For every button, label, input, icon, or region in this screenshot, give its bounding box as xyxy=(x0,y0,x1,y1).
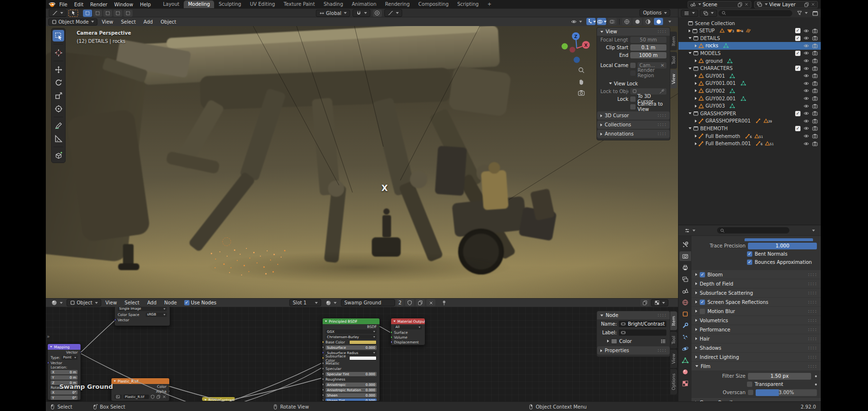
panel-volumetrics[interactable]: Volumetrics:::: xyxy=(692,316,821,325)
eye-icon[interactable] xyxy=(803,81,809,86)
checkbox[interactable] xyxy=(630,70,636,76)
tool-scale[interactable] xyxy=(53,90,64,101)
sidebar-tab-view[interactable]: View xyxy=(670,69,677,88)
shader-sidebar-tab-view[interactable]: View xyxy=(670,349,677,368)
clear-icon[interactable]: ✕ xyxy=(661,63,665,68)
new-material-button[interactable] xyxy=(416,299,425,306)
node-panel-header[interactable]: Node:::: xyxy=(597,311,670,319)
workspace-tab-texture-paint[interactable]: Texture Paint xyxy=(279,0,319,8)
panel-collections[interactable]: Collections:::: xyxy=(597,121,670,129)
add-workspace-button[interactable]: + xyxy=(483,0,496,8)
checkbox[interactable]: ✓ xyxy=(700,300,705,305)
outliner-row-models[interactable]: MODELS✓ xyxy=(678,49,821,57)
visibility-dropdown[interactable] xyxy=(568,18,585,25)
proportional-falloff-dropdown[interactable] xyxy=(384,9,402,17)
node-socket[interactable] xyxy=(47,361,49,364)
field-value[interactable]: 1000 m xyxy=(630,52,666,58)
eye-icon[interactable] xyxy=(803,58,809,64)
overlays-toggle[interactable] xyxy=(597,18,606,25)
panel-shadows[interactable]: Shadows:::: xyxy=(692,343,821,352)
shader-editor-type[interactable] xyxy=(48,299,66,306)
toggle-camera-view[interactable] xyxy=(578,89,585,96)
tool-add-cube[interactable] xyxy=(53,150,64,161)
workspace-tab-uv-editing[interactable]: UV Editing xyxy=(245,0,279,8)
camera-icon[interactable] xyxy=(812,133,818,139)
outliner-filter-dropdown[interactable] xyxy=(794,10,811,16)
node-socket[interactable] xyxy=(322,388,324,391)
workspace-tab-animation[interactable]: Animation xyxy=(348,0,381,8)
outliner-row-guy003[interactable]: GUY003 xyxy=(678,102,821,110)
menu-render[interactable]: Render xyxy=(87,1,111,8)
properties-tab-texture[interactable] xyxy=(679,379,691,388)
outliner-row-rocks[interactable]: rocks xyxy=(678,42,821,50)
panel-grip-icon[interactable]: :::: xyxy=(808,364,817,369)
checkbox[interactable]: ✓ xyxy=(795,111,800,116)
node-socket[interactable] xyxy=(322,351,324,354)
workspace-tab-compositing[interactable]: Compositing xyxy=(414,0,453,8)
shader-menu-select[interactable]: Select xyxy=(121,299,143,306)
checkbox[interactable]: ✓ xyxy=(795,36,800,41)
tool-annotate[interactable] xyxy=(53,120,64,131)
pin-toggle[interactable] xyxy=(439,299,448,306)
node-socket[interactable] xyxy=(322,341,324,343)
panel-grip-icon[interactable]: :::: xyxy=(808,273,817,277)
camera-icon[interactable] xyxy=(812,35,818,41)
eye-icon[interactable] xyxy=(803,50,809,56)
filter-size-field[interactable]: 1.50 px xyxy=(748,373,811,380)
panel-3d-cursor[interactable]: 3D Cursor:::: xyxy=(597,111,670,120)
camera-icon[interactable] xyxy=(812,88,818,94)
select-mode-4[interactable] xyxy=(113,10,122,17)
eye-icon[interactable] xyxy=(803,88,809,94)
tool-rotate[interactable] xyxy=(53,77,64,88)
select-mode-1[interactable] xyxy=(83,10,92,17)
panel-depth-of-field[interactable]: Depth of Field:::: xyxy=(692,279,821,288)
pan-view[interactable] xyxy=(578,78,585,85)
menu-help[interactable]: Help xyxy=(136,1,154,8)
dropper-icon[interactable] xyxy=(659,89,665,94)
material-users-count[interactable]: 2 xyxy=(396,299,404,306)
panel-grip-icon[interactable]: :::: xyxy=(808,282,817,286)
workspace-tab-rendering[interactable]: Rendering xyxy=(380,0,414,8)
properties-tab-physics[interactable] xyxy=(679,344,691,354)
workspace-tab-shading[interactable]: Shading xyxy=(319,0,348,8)
panel-bloom[interactable]: ✓Bloom:::: xyxy=(692,270,821,279)
eye-icon[interactable] xyxy=(803,43,809,49)
outliner-row-behemoth[interactable]: BEHEMOTH✓ xyxy=(678,124,821,132)
unlink-scene-icon[interactable] xyxy=(744,2,749,7)
node-socket[interactable] xyxy=(322,346,324,349)
viewport-menu-view[interactable]: View xyxy=(98,18,117,26)
outliner-search[interactable] xyxy=(719,10,792,16)
workspace-tab-scripting[interactable]: Scripting xyxy=(453,0,483,8)
shading-material-preview[interactable] xyxy=(643,18,652,25)
outliner-row-scene-collection[interactable]: Scene Collection xyxy=(678,19,821,27)
panel-grip-icon[interactable]: :::: xyxy=(657,132,666,136)
properties-tab-material[interactable] xyxy=(679,367,691,377)
xray-toggle[interactable] xyxy=(608,18,617,25)
outliner-row-ground[interactable]: ground xyxy=(678,57,821,65)
camera-icon[interactable] xyxy=(812,96,818,101)
node-socket[interactable] xyxy=(322,383,324,386)
panel-hair[interactable]: Hair:::: xyxy=(692,334,821,343)
eye-icon[interactable] xyxy=(803,96,809,101)
properties-tab-world[interactable] xyxy=(679,298,691,307)
checkbox[interactable]: ✓ xyxy=(795,126,800,131)
checkbox[interactable] xyxy=(747,382,752,387)
checkbox[interactable] xyxy=(630,96,636,102)
viewport-3d[interactable]: Camera Perspective (12) DETAILS | rocks … xyxy=(46,26,678,298)
camera-icon[interactable] xyxy=(812,118,818,124)
outliner-row-guy001[interactable]: GUY001 xyxy=(678,72,821,80)
node-socket[interactable] xyxy=(322,372,324,375)
sidebar-tab-item[interactable]: Item xyxy=(670,32,677,51)
panel-grease-pencil[interactable]: Grease Pencil:::: xyxy=(692,398,821,401)
tool-measure[interactable] xyxy=(53,133,64,144)
node-socket[interactable] xyxy=(322,362,324,365)
checkbox[interactable]: ✓ xyxy=(747,251,752,257)
checkbox[interactable]: ✓ xyxy=(184,300,190,305)
color-presets-icon[interactable] xyxy=(660,338,666,344)
panel-grip-icon[interactable]: :::: xyxy=(808,337,817,341)
select-mode-3[interactable] xyxy=(103,10,112,17)
snap-dropdown[interactable] xyxy=(353,9,370,17)
eye-icon[interactable] xyxy=(803,118,809,124)
unlink-material-button[interactable] xyxy=(426,299,435,306)
node-name-field[interactable]: Bright/Contrast xyxy=(619,321,666,327)
